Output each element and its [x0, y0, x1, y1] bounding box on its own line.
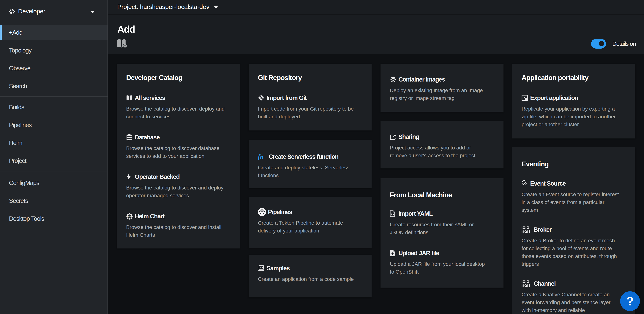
svg-text:HELM: HELM	[128, 216, 132, 217]
